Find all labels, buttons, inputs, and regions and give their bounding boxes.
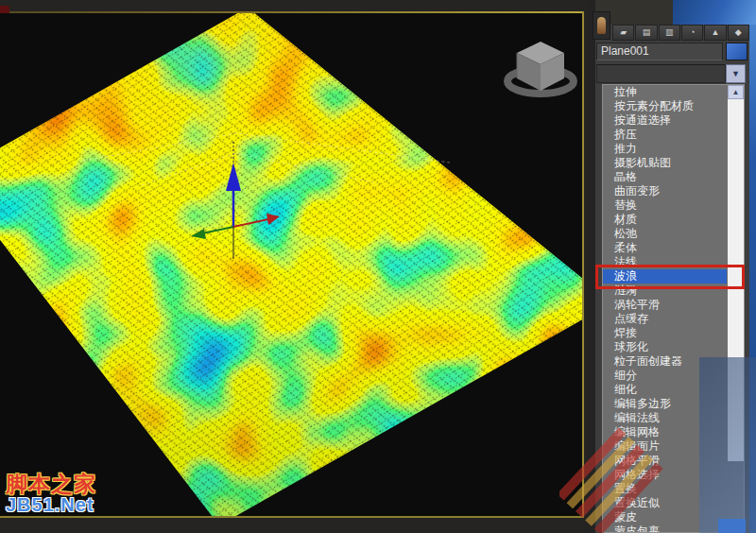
noise-displaced-plane[interactable] xyxy=(0,13,582,516)
panel-tab-utilities[interactable]: ◆ xyxy=(728,25,749,41)
annotation-box xyxy=(595,265,745,289)
modifier-list-item[interactable]: 按元素分配材质 xyxy=(603,99,727,113)
object-name-input[interactable]: Plane001 xyxy=(596,43,723,60)
viewport-frame xyxy=(0,0,588,533)
viewport-border-right xyxy=(582,11,584,518)
modifier-list-item[interactable]: 晶格 xyxy=(603,170,727,184)
object-color-swatch[interactable] xyxy=(726,43,747,60)
modifier-list-item[interactable]: 曲面变形 xyxy=(603,184,727,198)
modifier-list-item[interactable]: 拉伸 xyxy=(603,85,727,99)
viewport-canvas[interactable] xyxy=(0,13,582,516)
scroll-up-icon[interactable]: ▲ xyxy=(728,85,744,99)
viewport-border-bottom xyxy=(0,516,584,518)
modifier-list-item[interactable]: 挤压 xyxy=(603,128,727,142)
watermark-blue-chip xyxy=(718,519,746,533)
command-panel-tabs: ▰ ▤ ▥ ◔ ▲ ◆ xyxy=(612,25,749,41)
modifier-combo-row: ▼ xyxy=(595,64,749,84)
object-name-row: Plane001 xyxy=(595,43,749,61)
modifier-list-item[interactable]: 推力 xyxy=(603,142,727,156)
panel-tab-display[interactable]: ▲ xyxy=(704,25,726,41)
modifier-list-item[interactable]: 球形化 xyxy=(603,340,727,354)
modifier-list-item[interactable]: 替换 xyxy=(603,198,727,213)
panel-tab-hierarchy[interactable]: ▥ xyxy=(659,25,680,41)
panel-separator xyxy=(588,0,595,533)
viewcube[interactable] xyxy=(507,42,574,94)
panel-tab-modify[interactable]: ▤ xyxy=(635,25,657,41)
modifier-list-item[interactable]: 材质 xyxy=(603,213,727,227)
chevron-down-icon[interactable]: ▼ xyxy=(726,64,746,83)
person-icon xyxy=(597,17,606,34)
modifier-list-item[interactable]: 柔体 xyxy=(603,241,727,255)
plane-render xyxy=(0,13,582,516)
modifier-list-item[interactable]: 松弛 xyxy=(603,227,727,241)
modifier-list-item[interactable]: 摄影机贴图 xyxy=(603,156,727,170)
panel-tab-motion[interactable]: ◔ xyxy=(681,25,703,41)
background-window-corner xyxy=(673,0,756,25)
app-screenshot: ▰ ▤ ▥ ◔ ▲ ◆ Plane001 ▼ 拉伸按元素分配材质按通道选择挤压推… xyxy=(0,0,756,533)
modifier-list-item[interactable]: 焊接 xyxy=(603,326,727,340)
panel-icon-button[interactable] xyxy=(593,11,610,40)
modifier-list-item[interactable]: 涡轮平滑 xyxy=(603,298,727,312)
modifier-list-item[interactable]: 点缓存 xyxy=(603,312,727,326)
modifier-list-item[interactable]: 按通道选择 xyxy=(603,113,727,128)
panel-tab-create[interactable]: ▰ xyxy=(612,25,634,41)
watermark-blue-overlay xyxy=(699,357,756,533)
modifier-list-combobox[interactable] xyxy=(596,64,726,83)
